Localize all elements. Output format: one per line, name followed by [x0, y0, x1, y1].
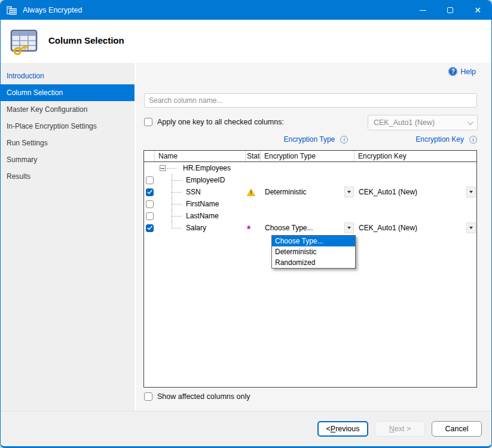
encryption-key-value: CEK_Auto1 (New) — [355, 224, 417, 232]
cek-combo: CEK_Auto1 (New) — [368, 115, 478, 130]
required-icon: * — [247, 225, 250, 234]
next-button[interactable]: Next > — [375, 421, 425, 437]
columns-grid: Name State Encryption Type Encryption Ke… — [143, 150, 477, 388]
grid-header-state[interactable]: State — [246, 151, 261, 161]
dropdown-item-choose-type[interactable]: Choose Type... — [272, 236, 355, 246]
wizard-footer: < Previous Next > Cancel — [1, 411, 491, 446]
column-name-label: SSN — [186, 188, 201, 196]
row-checkbox[interactable] — [146, 224, 154, 232]
dropdown-item-randomized[interactable]: Randomized — [272, 257, 355, 268]
row-checkbox[interactable] — [146, 176, 154, 184]
column-name-label: FirstName — [186, 200, 219, 208]
sidebar-item-run-settings[interactable]: Run Settings — [1, 135, 135, 151]
column-name-label: EmployeeID — [186, 176, 225, 184]
maximize-icon — [447, 7, 453, 13]
show-affected-columns-label: Show affected columns only — [157, 392, 250, 401]
grid-header-encryption-key[interactable]: Encryption Key — [355, 151, 476, 161]
tree-line — [172, 204, 182, 205]
encryption-type-value: Deterministic — [261, 188, 306, 196]
grid-header-encryption-type[interactable]: Encryption Type — [261, 151, 355, 161]
sidebar-item-master-key-configuration[interactable]: Master Key Configuration — [1, 101, 135, 118]
grid-header-row: Name State Encryption Type Encryption Ke… — [144, 151, 476, 162]
encryption-key-dropdown-button[interactable] — [466, 223, 476, 233]
table-key-icon — [9, 26, 39, 59]
table-name-label: HR.Employees — [183, 164, 231, 172]
minimize-button[interactable] — [409, 1, 436, 20]
table-row-salary: Salary * Choose Type... CEK_Auto1 (New) — [144, 222, 476, 234]
chevron-down-icon — [467, 119, 473, 125]
encryption-key-value: CEK_Auto1 (New) — [355, 188, 417, 196]
page-title: Column Selection — [48, 35, 124, 45]
row-checkbox[interactable] — [146, 212, 154, 220]
table-row-ssn: SSN Deterministic CEK_Auto1 (New) — [144, 186, 476, 198]
tree-collapse-icon[interactable] — [160, 165, 166, 171]
encryption-type-dropdown-button[interactable] — [344, 187, 354, 197]
encryption-key-dropdown-button[interactable] — [466, 187, 476, 197]
sidebar-item-column-selection[interactable]: Column Selection — [1, 84, 135, 101]
close-button[interactable]: ✕ — [464, 1, 491, 20]
column-selection-panel: ? Help Apply one key to all checked colu… — [137, 63, 491, 411]
maximize-button[interactable] — [436, 1, 464, 20]
sidebar-item-introduction[interactable]: Introduction — [1, 68, 135, 84]
cancel-button[interactable]: Cancel — [432, 421, 482, 437]
cek-combo-value: CEK_Auto1 (New) — [374, 118, 435, 127]
help-link[interactable]: ? Help — [448, 67, 476, 76]
wizard-header: Column Selection — [1, 20, 491, 63]
always-encrypted-dialog: Always Encrypted ✕ — [0, 0, 492, 448]
row-checkbox[interactable] — [146, 188, 154, 196]
dropdown-arrow-icon — [469, 191, 473, 193]
grid-header-name[interactable]: Name — [155, 151, 246, 161]
table-row-firstname: FirstName — [144, 198, 476, 210]
title-bar[interactable]: Always Encrypted ✕ — [1, 1, 491, 20]
row-checkbox[interactable] — [146, 200, 154, 208]
tree-line — [172, 192, 182, 193]
dropdown-item-deterministic[interactable]: Deterministic — [272, 246, 355, 257]
encryption-type-dropdown-list: Choose Type... Deterministic Randomized — [271, 235, 356, 269]
grid-header-checkbox-column — [144, 151, 155, 161]
info-icon[interactable]: i — [340, 136, 348, 144]
search-input[interactable] — [144, 93, 477, 108]
close-icon: ✕ — [474, 6, 481, 14]
tree-line — [172, 180, 182, 181]
minimize-icon — [420, 10, 426, 11]
warning-icon — [247, 188, 255, 196]
encryption-type-dropdown-button[interactable] — [344, 223, 354, 233]
previous-button[interactable]: < Previous — [317, 421, 368, 437]
info-icon[interactable]: i — [469, 136, 477, 144]
sidebar-item-summary[interactable]: Summary — [1, 151, 135, 168]
window-title: Always Encrypted — [23, 6, 82, 14]
dropdown-arrow-icon — [347, 191, 351, 193]
tree-line — [172, 222, 172, 228]
table-row-hr-employees: HR.Employees — [144, 162, 476, 174]
help-label: Help — [460, 68, 476, 76]
encryption-type-link[interactable]: Encryption Type — [283, 135, 335, 144]
wizard-steps-sidebar: Introduction Column Selection Master Key… — [1, 63, 136, 411]
help-icon: ? — [448, 67, 457, 76]
sidebar-item-in-place-encryption-settings[interactable]: In-Place Encryption Settings — [1, 118, 135, 135]
column-name-label: Salary — [186, 224, 206, 232]
sidebar-item-results[interactable]: Results — [1, 168, 135, 185]
column-name-label: LastName — [186, 212, 219, 220]
dropdown-arrow-icon — [469, 227, 473, 229]
table-row-employeeid: EmployeeID — [144, 174, 476, 186]
show-affected-columns-checkbox[interactable] — [144, 392, 152, 401]
tree-line — [172, 216, 182, 217]
dropdown-arrow-icon — [347, 227, 351, 229]
app-icon — [7, 5, 17, 16]
apply-one-key-checkbox[interactable] — [144, 118, 152, 126]
checkmark-icon — [148, 190, 152, 193]
apply-one-key-label: Apply one key to all checked columns: — [157, 118, 284, 126]
encryption-key-link[interactable]: Encryption Key — [415, 135, 464, 144]
encryption-type-value: Choose Type... — [261, 224, 313, 232]
table-row-lastname: LastName — [144, 210, 476, 222]
tree-line — [167, 168, 176, 169]
checkmark-icon — [148, 226, 152, 229]
tree-line — [172, 228, 182, 228]
